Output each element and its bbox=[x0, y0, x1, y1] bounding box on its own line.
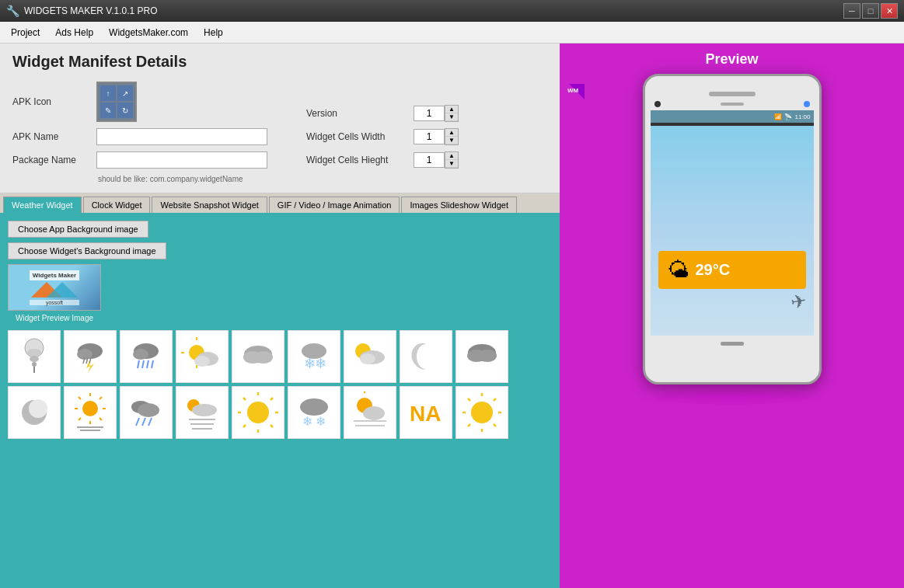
main-container: Widget Manifest Details APK Icon ↑ ↗ ✎ ↻ bbox=[0, 43, 904, 588]
app-icon: 🔧 bbox=[6, 5, 19, 17]
tab-website-snapshot[interactable]: Website Snapshot Widget bbox=[152, 197, 267, 213]
temperature-display: 29°C bbox=[696, 261, 731, 279]
weather-icon-sunny-clouds[interactable] bbox=[176, 330, 229, 383]
package-name-row: Package Name bbox=[12, 151, 267, 169]
svg-point-4 bbox=[30, 356, 39, 362]
close-button[interactable]: ✕ bbox=[881, 3, 898, 19]
cells-height-row: Widget Cells Hieght ▲ ▼ bbox=[306, 151, 459, 169]
preview-widget-area: Widgets Maker yossoft Widget Preview Ima… bbox=[8, 264, 552, 322]
svg-point-77 bbox=[471, 402, 493, 423]
page-title: Widget Manifest Details bbox=[12, 53, 547, 71]
cells-width-row: Widget Cells Width ▲ ▼ bbox=[306, 128, 459, 145]
left-panel: Widget Manifest Details APK Icon ↑ ↗ ✎ ↻ bbox=[0, 43, 560, 588]
menu-project[interactable]: Project bbox=[3, 24, 47, 41]
svg-line-15 bbox=[138, 360, 139, 368]
weather-icon-thunderstorm[interactable] bbox=[64, 330, 117, 383]
cells-height-down[interactable]: ▼ bbox=[445, 160, 458, 168]
svg-line-45 bbox=[99, 397, 102, 399]
weather-icon-moon[interactable] bbox=[400, 330, 452, 383]
version-arrows: ▲ ▼ bbox=[445, 105, 459, 122]
minimize-button[interactable]: ─ bbox=[843, 3, 860, 19]
phone-earpiece bbox=[721, 103, 744, 106]
tab-gif-video[interactable]: GIF / Video / Image Animation bbox=[269, 197, 400, 213]
svg-point-69 bbox=[300, 398, 328, 416]
phone-home-bar bbox=[721, 342, 744, 346]
apk-name-input[interactable] bbox=[96, 128, 267, 145]
version-row: Version ▲ ▼ bbox=[306, 105, 459, 122]
menu-ads-help[interactable]: Ads Help bbox=[47, 24, 101, 41]
weather-icon-snow[interactable]: ❄ ❄ bbox=[288, 330, 340, 383]
menu-help[interactable]: Help bbox=[196, 24, 231, 41]
choose-app-bg-button[interactable]: Choose App Background image bbox=[8, 221, 148, 238]
icon-cell-1: ↑ bbox=[100, 85, 116, 101]
svg-line-16 bbox=[142, 360, 144, 368]
svg-point-38 bbox=[29, 399, 47, 418]
svg-line-17 bbox=[147, 360, 148, 368]
svg-line-85 bbox=[494, 424, 496, 426]
svg-line-83 bbox=[494, 398, 496, 401]
weather-icon-fog[interactable] bbox=[176, 386, 229, 439]
package-name-input[interactable] bbox=[96, 151, 267, 169]
svg-line-65 bbox=[243, 398, 246, 400]
svg-point-73 bbox=[363, 406, 385, 420]
cells-height-label: Widget Cells Hieght bbox=[306, 155, 407, 165]
cells-height-up[interactable]: ▲ bbox=[445, 152, 458, 160]
manifest-section: Widget Manifest Details APK Icon ↑ ↗ ✎ ↻ bbox=[0, 43, 560, 193]
weather-icon-overcast[interactable] bbox=[455, 330, 508, 383]
widget-preview-label: Widget Preview Image bbox=[16, 314, 93, 322]
tab-weather-widget[interactable]: Weather Widget bbox=[3, 197, 82, 213]
choose-widget-bg-button[interactable]: Choose Widget's Background image bbox=[8, 242, 166, 259]
svg-line-66 bbox=[271, 398, 273, 400]
svg-line-47 bbox=[99, 418, 102, 420]
weather-icon-moon-gray[interactable] bbox=[8, 386, 61, 439]
weather-icon-cloudy[interactable] bbox=[232, 330, 284, 383]
svg-text:❄: ❄ bbox=[315, 356, 326, 371]
cells-width-up[interactable]: ▲ bbox=[445, 129, 458, 137]
menu-widgetsmaker[interactable]: WidgetsMaker.com bbox=[101, 24, 196, 41]
phone-mockup: 📶 📡 11:00 ✈ 🌤 29°C ◁ ○ □ bbox=[643, 74, 822, 384]
weather-icon-clear-sun[interactable] bbox=[455, 386, 508, 439]
version-up-arrow[interactable]: ▲ bbox=[445, 106, 458, 113]
svg-point-14 bbox=[133, 349, 148, 360]
weather-icon-tornado[interactable] bbox=[8, 330, 61, 383]
svg-point-39 bbox=[82, 401, 98, 416]
weather-icon-partly-sunny[interactable] bbox=[344, 330, 396, 383]
weather-icon-sun-haze[interactable] bbox=[64, 386, 117, 439]
weather-icon-rain[interactable] bbox=[120, 330, 173, 383]
maximize-button[interactable]: □ bbox=[862, 3, 879, 19]
app-title: WIDGETS MAKER V.1.0.1 PRO bbox=[24, 5, 158, 16]
form-top-row: APK Icon ↑ ↗ ✎ ↻ APK Name bbox=[12, 82, 547, 183]
tab-images-slideshow[interactable]: Images Slideshow Widget bbox=[401, 197, 517, 213]
apk-icon-label: APK Icon bbox=[12, 96, 90, 107]
cells-height-input[interactable] bbox=[414, 152, 445, 168]
sky-bg: ✈ bbox=[651, 126, 814, 336]
weather-icon-na[interactable]: NA bbox=[400, 386, 452, 439]
svg-point-3 bbox=[27, 349, 41, 357]
weather-widget-overlay: 🌤 29°C bbox=[658, 251, 806, 289]
weather-icon-snow-clouds[interactable]: ❄ ❄ bbox=[288, 386, 340, 439]
svg-point-33 bbox=[360, 353, 375, 364]
svg-line-84 bbox=[468, 424, 470, 426]
weather-icon-big-sun[interactable] bbox=[232, 386, 284, 439]
apk-name-label: APK Name bbox=[12, 131, 90, 142]
cells-width-input[interactable] bbox=[414, 129, 445, 144]
svg-line-44 bbox=[79, 397, 81, 399]
svg-line-18 bbox=[152, 360, 153, 368]
tabs-section: Weather Widget Clock Widget Website Snap… bbox=[0, 193, 560, 213]
tabs-bar: Weather Widget Clock Widget Website Snap… bbox=[0, 193, 560, 213]
version-spinbox: ▲ ▼ bbox=[414, 105, 459, 122]
package-name-label: Package Name bbox=[12, 155, 90, 165]
version-input[interactable] bbox=[414, 106, 445, 121]
svg-line-68 bbox=[271, 425, 273, 427]
form-right-col: Version ▲ ▼ Widget Cells Width bbox=[306, 105, 459, 169]
weather-icon-sun-partly[interactable] bbox=[344, 386, 396, 439]
widget-content: Choose App Background image Choose Widge… bbox=[0, 213, 560, 588]
svg-line-54 bbox=[148, 418, 152, 426]
tab-clock-widget[interactable]: Clock Widget bbox=[83, 197, 151, 213]
package-hint: should be like: com.company.widgetName bbox=[98, 175, 267, 183]
weather-icon-rain-cloudy[interactable] bbox=[120, 386, 173, 439]
cells-width-down[interactable]: ▼ bbox=[445, 137, 458, 144]
version-down-arrow[interactable]: ▼ bbox=[445, 113, 458, 121]
titlebar: 🔧 WIDGETS MAKER V.1.0.1 PRO ─ □ ✕ bbox=[0, 0, 904, 22]
apk-icon-button[interactable]: ↑ ↗ ✎ ↻ bbox=[96, 82, 137, 122]
